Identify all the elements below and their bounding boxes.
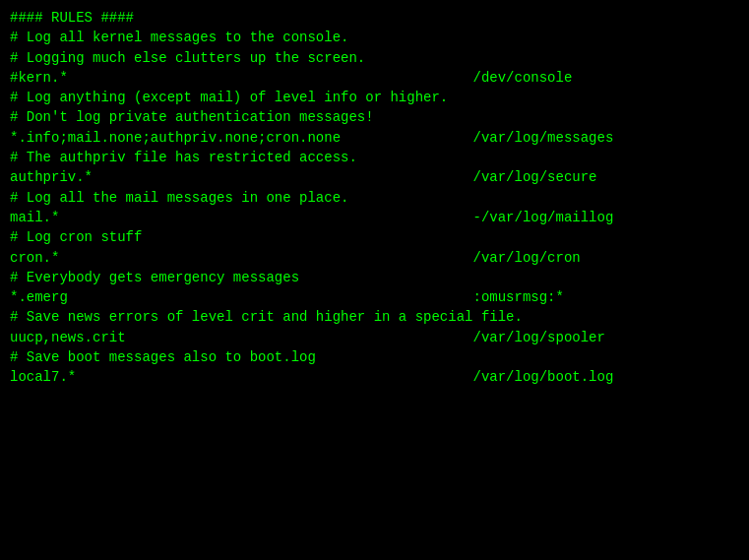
terminal-line: # Everybody gets emergency messages: [10, 268, 739, 287]
terminal-line: authpriv.* /var/log/secure: [10, 167, 739, 187]
terminal-line: local7.* /var/log/boot.log: [10, 367, 739, 387]
terminal-line: # Log all kernel messages to the console…: [10, 28, 739, 47]
terminal-line: # Logging much else clutters up the scre…: [10, 48, 739, 68]
terminal-line: #### RULES ####: [10, 8, 739, 28]
terminal-line: #kern.* /dev/console: [10, 68, 739, 88]
terminal-line: mail.* -/var/log/maillog: [10, 208, 739, 227]
terminal-line: # Log cron stuff: [10, 227, 739, 247]
terminal-line: *.emerg :omusrmsg:*: [10, 287, 739, 307]
terminal-window: #### RULES ##### Log all kernel messages…: [0, 0, 749, 560]
terminal-line: # Save boot messages also to boot.log: [10, 347, 739, 367]
terminal-line: # Log anything (except mail) of level in…: [10, 88, 739, 107]
terminal-line: # Save news errors of level crit and hig…: [10, 307, 739, 327]
terminal-line: # The authpriv file has restricted acces…: [10, 148, 739, 167]
terminal-line: uucp,news.crit /var/log/spooler: [10, 328, 739, 347]
terminal-line: cron.* /var/log/cron: [10, 248, 739, 268]
terminal-line: # Don't log private authentication messa…: [10, 107, 739, 127]
terminal-line: *.info;mail.none;authpriv.none;cron.none…: [10, 128, 739, 148]
terminal-line: # Log all the mail messages in one place…: [10, 188, 739, 208]
